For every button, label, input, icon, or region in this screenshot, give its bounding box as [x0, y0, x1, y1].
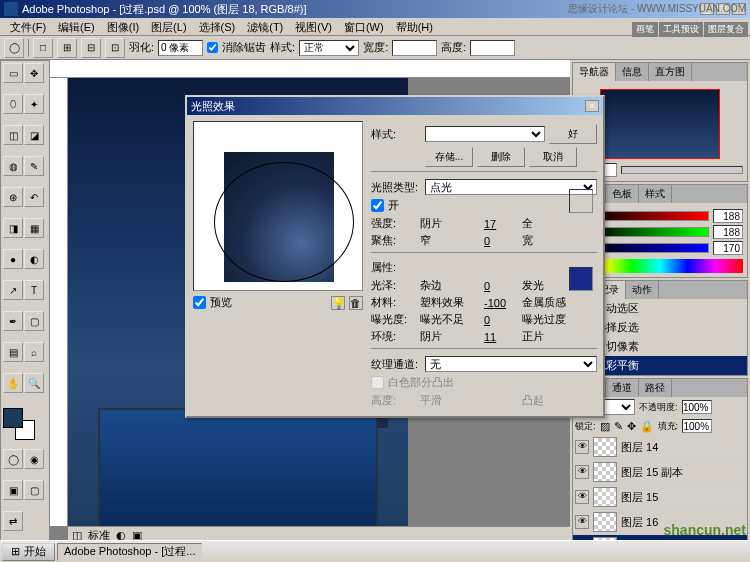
selection-new-icon[interactable]: □ — [33, 38, 53, 58]
visibility-icon[interactable]: 👁 — [575, 515, 589, 529]
opacity-input[interactable] — [682, 400, 712, 414]
lighting-preview[interactable] — [193, 121, 363, 291]
menu-help[interactable]: 帮助(H) — [390, 18, 439, 35]
antialias-checkbox[interactable] — [207, 42, 218, 53]
visibility-icon[interactable]: 👁 — [575, 490, 589, 504]
menu-window[interactable]: 窗口(W) — [338, 18, 390, 35]
layer-item[interactable]: 👁图层 14 — [573, 435, 747, 460]
blur-tool[interactable]: ● — [3, 249, 23, 269]
g-slider[interactable] — [590, 227, 709, 237]
well-tool-presets[interactable]: 工具预设 — [659, 22, 703, 37]
pen-tool[interactable]: ✒ — [3, 311, 23, 331]
menu-filter[interactable]: 滤镜(T) — [241, 18, 289, 35]
eyedropper-tool[interactable]: ⌕ — [24, 342, 44, 362]
feather-input[interactable] — [158, 40, 203, 56]
layer-item[interactable]: 👁图层 15 副本 — [573, 460, 747, 485]
tab-styles[interactable]: 样式 — [639, 185, 672, 203]
lock-all-icon[interactable]: 🔒 — [640, 420, 654, 433]
hand-tool[interactable]: ✋ — [3, 373, 23, 393]
light-on-label: 开 — [388, 198, 399, 213]
lock-paint-icon[interactable]: ✎ — [614, 420, 623, 433]
zoom-slider[interactable] — [621, 166, 743, 174]
well-brushes[interactable]: 画笔 — [632, 22, 658, 37]
screen-full-icon[interactable]: ▢ — [24, 480, 44, 500]
layer-thumbnail[interactable] — [593, 437, 617, 457]
lasso-tool[interactable]: ⬯ — [3, 94, 23, 114]
dialog-titlebar[interactable]: 光照效果 × — [187, 97, 603, 115]
fg-color-swatch[interactable] — [3, 408, 23, 428]
tab-info[interactable]: 信息 — [616, 63, 649, 81]
taskbar-app-button[interactable]: Adobe Photoshop - [过程... — [57, 543, 202, 561]
layer-thumbnail[interactable] — [593, 462, 617, 482]
dodge-tool[interactable]: ◐ — [24, 249, 44, 269]
lock-transparency-icon[interactable]: ▨ — [600, 420, 610, 433]
marquee-tool[interactable]: ▭ — [3, 63, 23, 83]
layer-item[interactable]: 👁图层 15 — [573, 485, 747, 510]
menu-view[interactable]: 视图(V) — [289, 18, 338, 35]
tab-actions[interactable]: 动作 — [626, 281, 659, 299]
ambience-color-swatch[interactable] — [569, 267, 593, 291]
preview-checkbox[interactable] — [193, 296, 206, 309]
eraser-tool[interactable]: ◨ — [3, 218, 23, 238]
b-slider[interactable] — [588, 243, 709, 253]
visibility-icon[interactable]: 👁 — [575, 440, 589, 454]
delete-button[interactable]: 删除 — [477, 147, 525, 167]
shape-tool[interactable]: ▢ — [24, 311, 44, 331]
type-tool[interactable]: T — [24, 280, 44, 300]
quickmask-on-icon[interactable]: ◉ — [24, 449, 44, 469]
fill-input[interactable] — [682, 419, 712, 433]
jump-to-icon[interactable]: ⇄ — [3, 511, 23, 531]
selection-sub-icon[interactable]: ⊟ — [81, 38, 101, 58]
slice-tool[interactable]: ◪ — [24, 125, 44, 145]
light-on-checkbox[interactable] — [371, 199, 384, 212]
add-light-icon[interactable]: 💡 — [331, 296, 345, 310]
style-select[interactable]: 正常 — [299, 40, 359, 56]
tool-preset-icon[interactable]: ◯ — [4, 38, 24, 58]
color-swatches[interactable] — [3, 408, 43, 438]
g-input[interactable] — [713, 225, 743, 239]
tab-histogram[interactable]: 直方图 — [649, 63, 692, 81]
tab-swatches[interactable]: 色板 — [606, 185, 639, 203]
b-input[interactable] — [713, 241, 743, 255]
selection-add-icon[interactable]: ⊞ — [57, 38, 77, 58]
history-brush-tool[interactable]: ↶ — [24, 187, 44, 207]
zoom-tool[interactable]: 🔍 — [24, 373, 44, 393]
tab-paths[interactable]: 路径 — [639, 379, 672, 397]
brush-tool[interactable]: ✎ — [24, 156, 44, 176]
ok-button[interactable]: 好 — [549, 124, 597, 144]
r-slider[interactable] — [589, 211, 709, 221]
gradient-tool[interactable]: ▦ — [24, 218, 44, 238]
path-tool[interactable]: ↗ — [3, 280, 23, 300]
screen-std-icon[interactable]: ▣ — [3, 480, 23, 500]
start-button[interactable]: ⊞ 开始 — [2, 543, 55, 561]
tab-navigator[interactable]: 导航器 — [573, 63, 616, 81]
tab-channels[interactable]: 通道 — [606, 379, 639, 397]
r-input[interactable] — [713, 209, 743, 223]
dlg-style-select[interactable] — [425, 126, 545, 142]
notes-tool[interactable]: ▤ — [3, 342, 23, 362]
heal-tool[interactable]: ◍ — [3, 156, 23, 176]
menu-image[interactable]: 图像(I) — [101, 18, 145, 35]
menu-select[interactable]: 选择(S) — [193, 18, 242, 35]
move-tool[interactable]: ✥ — [24, 63, 44, 83]
trash-icon[interactable]: 🗑 — [349, 296, 363, 310]
quickmask-icon[interactable]: ◯ — [3, 449, 23, 469]
well-layer-comps[interactable]: 图层复合 — [704, 22, 748, 37]
visibility-icon[interactable]: 👁 — [575, 465, 589, 479]
menu-edit[interactable]: 编辑(E) — [52, 18, 101, 35]
crop-tool[interactable]: ◫ — [3, 125, 23, 145]
dialog-close-button[interactable]: × — [585, 100, 599, 112]
texture-select[interactable]: 无 — [425, 356, 597, 372]
navigator-thumbnail[interactable] — [600, 89, 720, 159]
selection-intersect-icon[interactable]: ⊡ — [105, 38, 125, 58]
wand-tool[interactable]: ✦ — [24, 94, 44, 114]
stamp-tool[interactable]: ⊛ — [3, 187, 23, 207]
menu-file[interactable]: 文件(F) — [4, 18, 52, 35]
cancel-button[interactable]: 取消 — [529, 147, 577, 167]
lock-move-icon[interactable]: ✥ — [627, 420, 636, 433]
layer-thumbnail[interactable] — [593, 487, 617, 507]
menu-layer[interactable]: 图层(L) — [145, 18, 192, 35]
save-button[interactable]: 存储... — [425, 147, 473, 167]
layer-thumbnail[interactable] — [593, 512, 617, 532]
light-color-swatch[interactable] — [569, 189, 593, 213]
